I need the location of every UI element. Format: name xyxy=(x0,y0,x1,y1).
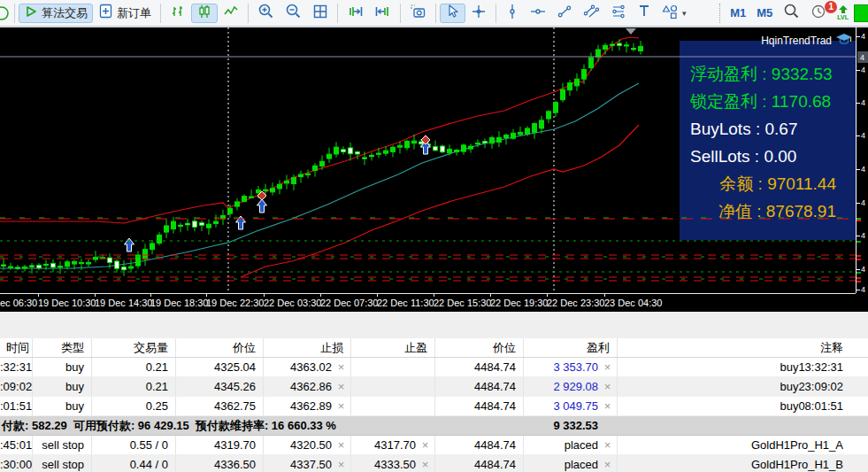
trendline-tool-button[interactable] xyxy=(551,4,578,23)
time-axis[interactable]: ec 06:3019 Dec 10:3019 Dec 14:3019 Dec 1… xyxy=(0,293,868,312)
close-x-button[interactable]: × xyxy=(335,358,347,376)
close-x-button[interactable]: × xyxy=(602,377,613,396)
crosshair-tool-button[interactable] xyxy=(465,4,492,23)
profit: 3 049.75× xyxy=(524,397,618,415)
time-tick xyxy=(490,293,491,297)
candlestick-icon xyxy=(196,4,212,23)
fibonacci-tool-button[interactable] xyxy=(605,4,632,23)
time-label: 23 Dec 04:30 xyxy=(604,298,662,308)
close-x-button[interactable]: × xyxy=(602,358,613,376)
candle xyxy=(150,244,155,250)
timeframe-m5-button[interactable]: M5 xyxy=(751,4,778,21)
line-chart-icon xyxy=(223,4,239,23)
close-x-button[interactable]: × xyxy=(335,377,347,396)
close-x-button[interactable]: × xyxy=(335,436,347,454)
channel-tool-button[interactable] xyxy=(578,4,605,23)
time-tick xyxy=(604,293,605,297)
stop-loss: 4362.89× xyxy=(264,397,351,415)
pending-order-row[interactable]: :45:01sell stop0.55 / 04319.704320.50×43… xyxy=(0,436,868,455)
take-profit xyxy=(351,397,435,415)
time-label: 22 Dec 11:30 xyxy=(377,298,434,308)
color-status-swatch[interactable] xyxy=(854,4,868,22)
time-label: 22 Dec 15:30 xyxy=(434,298,491,308)
price-tick xyxy=(856,236,860,236)
stop-loss: 4320.50× xyxy=(264,436,351,454)
tile-windows-button[interactable] xyxy=(307,4,334,23)
position-row[interactable]: :01:51buy0.254362.754362.89×4484.743 049… xyxy=(0,397,868,416)
price-label: 4 xyxy=(861,198,865,207)
time-tick xyxy=(206,293,207,297)
separator xyxy=(435,4,436,23)
candle xyxy=(334,147,339,154)
close-x-button[interactable]: × xyxy=(602,455,613,472)
camera-icon xyxy=(410,4,426,23)
candle xyxy=(568,83,572,90)
line-chart-button[interactable] xyxy=(218,4,244,23)
candle xyxy=(526,128,530,134)
open-price: 4325.04 xyxy=(176,358,264,376)
new-order-label: 新订单 xyxy=(117,5,151,21)
separator xyxy=(14,4,15,23)
candle xyxy=(306,174,311,174)
horizontal-line-tool-button[interactable] xyxy=(525,4,551,23)
account-summary-row[interactable]: 付款: 582.29 可用预付款: 96 429.15 预付款维持率: 16 6… xyxy=(0,416,868,436)
candle xyxy=(490,137,495,143)
candle xyxy=(313,166,318,170)
close-x-button[interactable]: × xyxy=(335,455,347,472)
close-x-button[interactable]: × xyxy=(335,397,347,415)
zoom-out-button[interactable] xyxy=(280,4,307,23)
order-type: sell stop xyxy=(33,455,92,472)
price-label: 4 xyxy=(861,265,865,274)
order-type: buy xyxy=(33,377,92,396)
bar-chart-button[interactable] xyxy=(165,4,191,23)
notifications-button[interactable]: 1 xyxy=(805,4,832,23)
candle xyxy=(186,223,190,225)
shift-end-button[interactable] xyxy=(342,4,369,23)
pending-order-row[interactable]: :30:00sell stop0.44 / 04336.504337.50×43… xyxy=(0,455,868,472)
search-button[interactable] xyxy=(778,4,805,23)
shift-left-button[interactable] xyxy=(369,4,396,23)
price-label: 4 xyxy=(861,66,865,74)
timeframe-m1-button[interactable]: M1 xyxy=(725,4,751,21)
chart-area[interactable]: HqinTrendTrad 浮动盈利 : 9332.53锁定盈利 : 1170.… xyxy=(0,27,868,312)
vertical-line-tool-button[interactable] xyxy=(500,4,525,23)
candle xyxy=(207,224,211,228)
price-axis[interactable]: 4444444444 xyxy=(856,27,868,293)
current-price: 4484.74 xyxy=(435,455,524,472)
clipped-profile-icon[interactable] xyxy=(0,4,11,22)
order-type: buy xyxy=(33,397,92,415)
shapes-tool-button[interactable]: ▾ xyxy=(657,4,692,23)
close-x-button[interactable]: × xyxy=(602,397,613,415)
close-x-button[interactable]: × xyxy=(602,436,613,454)
time-label: 19 Dec 18:30 xyxy=(150,298,208,308)
screenshot-button[interactable] xyxy=(404,4,432,23)
profit: 3 353.70× xyxy=(524,358,618,376)
candle xyxy=(547,112,551,119)
ea-panel-row: 浮动盈利 : 9332.53 xyxy=(680,60,856,88)
order-comment: buy08:01:51 xyxy=(618,397,868,415)
candle xyxy=(589,58,594,67)
order-comment: GoldH1Pro_H1_A xyxy=(618,436,868,454)
time-label: 19 Dec 14:30 xyxy=(95,298,152,308)
time-tick xyxy=(434,293,434,297)
candle xyxy=(115,261,119,268)
candle xyxy=(129,267,134,268)
position-row[interactable]: :09:02buy0.214345.264362.86×4484.742 929… xyxy=(0,377,868,397)
column-header-tp: 止盈 xyxy=(351,338,435,357)
total-profit: 9 332.53 xyxy=(524,416,618,435)
separator xyxy=(495,4,496,23)
close-x-button[interactable]: × xyxy=(419,436,431,454)
candlestick-chart-button[interactable] xyxy=(191,4,218,23)
position-row[interactable]: :32:31buy0.214325.044363.02×4484.743 353… xyxy=(0,358,868,377)
candle xyxy=(37,265,42,267)
new-order-button[interactable]: 新订单 xyxy=(93,4,157,23)
algo-trading-button[interactable]: 算法交易 xyxy=(19,4,93,23)
price-level-mark xyxy=(856,281,861,282)
panel-gap xyxy=(0,312,868,338)
cursor-tool-button[interactable] xyxy=(440,4,465,23)
close-x-button[interactable]: × xyxy=(419,455,431,472)
candle xyxy=(462,145,466,151)
candle xyxy=(193,221,197,228)
zoom-in-button[interactable] xyxy=(252,4,280,23)
text-tool-button[interactable] xyxy=(632,4,657,23)
